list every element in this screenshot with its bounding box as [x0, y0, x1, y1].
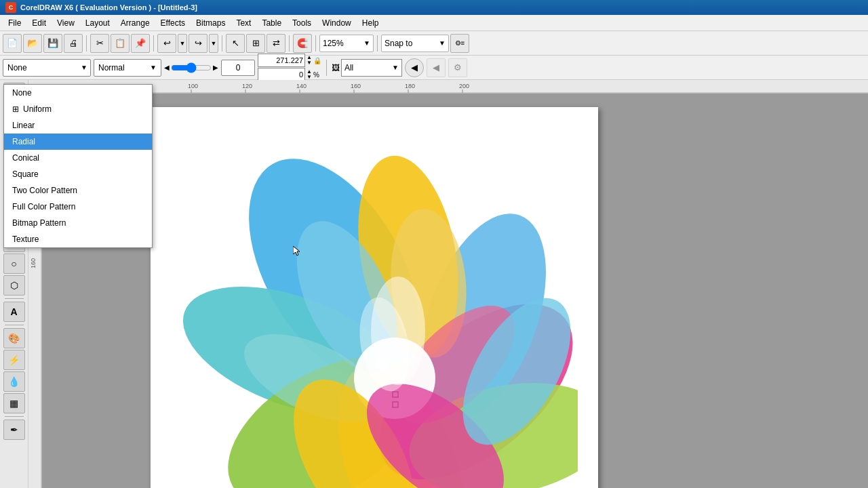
opacity-slider[interactable] — [171, 62, 212, 73]
fill-option-square[interactable]: Square — [4, 166, 152, 182]
menu-item-edit[interactable]: Edit — [26, 17, 52, 29]
snap-label: Snap to — [384, 39, 412, 48]
menu-item-arrange[interactable]: Arrange — [115, 17, 155, 29]
menu-item-bitmaps[interactable]: Bitmaps — [191, 17, 231, 29]
save-button[interactable]: 💾 — [43, 34, 62, 53]
y-spinners: ▲ ▼ — [307, 69, 312, 80]
titlebar: C CorelDRAW X6 ( Evaluation Version ) - … — [0, 0, 868, 15]
fill-type-menu: None⊞UniformLinearRadialConicalSquareTwo… — [3, 84, 153, 248]
obj-arrow: ▼ — [392, 64, 399, 71]
blend-tool[interactable]: ▦ — [3, 393, 25, 413]
options-button[interactable]: ⚙ — [448, 58, 467, 77]
sep1 — [86, 35, 87, 52]
fill-option-none[interactable]: None — [4, 85, 152, 101]
interactive-tool[interactable]: ⚡ — [3, 350, 25, 370]
copy-button[interactable]: 📋 — [111, 34, 130, 53]
slider-group: ◀ ▶ — [164, 62, 218, 73]
y-coord-input[interactable]: 0 — [258, 68, 305, 81]
x-coord-input[interactable]: 271.227 — [258, 54, 305, 67]
canvas-area[interactable] — [42, 94, 868, 488]
undo-button[interactable]: ↩ — [157, 34, 176, 53]
fill-option-two-color-pattern[interactable]: Two Color Pattern — [4, 182, 152, 199]
ellipse-tool[interactable]: ○ — [3, 253, 25, 274]
menu-item-text[interactable]: Text — [231, 17, 256, 29]
open-button[interactable]: 📂 — [23, 34, 42, 53]
polygon-tool[interactable]: ⬡ — [3, 275, 25, 296]
menubar: FileEditViewLayoutArrangeEffectsBitmapsT… — [0, 15, 868, 31]
snap-dropdown[interactable]: Snap to ▼ — [381, 35, 449, 52]
fill-option-label: Full Color Pattern — [12, 202, 75, 211]
fill-type-value: None — [7, 63, 27, 73]
menu-item-window[interactable]: Window — [317, 17, 357, 29]
zoom-value: 125% — [323, 39, 344, 48]
undo-dropdown[interactable]: ▼ — [178, 34, 187, 53]
fill-option-full-color-pattern[interactable]: Full Color Pattern — [4, 199, 152, 215]
fill-option-bitmap-pattern[interactable]: Bitmap Pattern — [4, 215, 152, 231]
svg-text:200: 200 — [459, 83, 469, 89]
paste-button[interactable]: 📌 — [131, 34, 150, 53]
fill-dropdown-arrow: ▼ — [81, 64, 87, 71]
property-bar: None ▼ None⊞UniformLinearRadialConicalSq… — [0, 56, 868, 80]
zoom-dropdown[interactable]: 125% ▼ — [319, 35, 374, 52]
x-coord-row: 271.227 ▲ ▼ 🔒 — [258, 54, 321, 67]
snap-obj-button[interactable]: 🧲 — [293, 34, 312, 53]
fill-option-radial[interactable]: Radial — [4, 134, 152, 150]
transform-button[interactable]: ⊞ — [246, 34, 265, 53]
svg-text:160: 160 — [351, 83, 361, 89]
percent-icon: % — [313, 71, 319, 79]
menu-item-tools[interactable]: Tools — [287, 17, 317, 29]
sep-coord — [326, 60, 327, 76]
slider-right-arrow[interactable]: ▶ — [213, 64, 218, 71]
fill-option-label: Radial — [12, 137, 35, 146]
uniform-icon: ⊞ — [12, 104, 19, 114]
menu-item-view[interactable]: View — [52, 17, 80, 29]
fill-type-dropdown[interactable]: None ▼ None⊞UniformLinearRadialConicalSq… — [3, 59, 91, 77]
redo-button[interactable]: ↪ — [189, 34, 208, 53]
print-button[interactable]: 🖨 — [64, 34, 83, 53]
fill-option-conical[interactable]: Conical — [4, 150, 152, 166]
ruler-horizontal: 40 60 80 100 120 140 160 180 200 — [28, 80, 868, 94]
cut-button[interactable]: ✂ — [90, 34, 109, 53]
select-tool-button[interactable]: ↖ — [226, 34, 245, 53]
obj-manager-group: 🖼 All ▼ — [332, 59, 402, 77]
sep2 — [153, 35, 154, 52]
mirror-button[interactable]: ⇄ — [267, 34, 285, 53]
fill-option-label: Linear — [12, 121, 35, 130]
app-logo: C — [5, 2, 16, 13]
svg-text:120: 120 — [242, 83, 252, 89]
zoom-arrow: ▼ — [363, 39, 370, 47]
x-down-button[interactable]: ▼ — [307, 60, 312, 66]
toolbar-main: 📄 📂 💾 🖨 ✂ 📋 📌 ↩ ▼ ↪ ▼ ↖ ⊞ ⇄ 🧲 125% ▼ Sna… — [0, 31, 868, 56]
tool-sep6 — [5, 325, 24, 325]
sep6 — [377, 35, 378, 52]
fill-tool[interactable]: 🎨 — [3, 328, 25, 348]
object-manager-value: All — [344, 63, 353, 73]
y-down-button[interactable]: ▼ — [307, 75, 312, 80]
menu-item-layout[interactable]: Layout — [80, 17, 115, 29]
svg-text:180: 180 — [405, 83, 415, 89]
angle-input[interactable]: 0 — [221, 60, 255, 76]
flower-illustration — [144, 134, 578, 488]
fill-option-label: Conical — [12, 153, 39, 163]
prev-object-button[interactable]: ◀ — [405, 58, 424, 77]
object-manager-dropdown[interactable]: All ▼ — [341, 59, 402, 77]
menu-item-effects[interactable]: Effects — [155, 17, 191, 29]
menu-item-table[interactable]: Table — [256, 17, 287, 29]
text-tool[interactable]: A — [3, 302, 25, 322]
new-button[interactable]: 📄 — [3, 34, 22, 53]
fill-option-linear[interactable]: Linear — [4, 117, 152, 134]
fill-option-uniform[interactable]: ⊞Uniform — [4, 101, 152, 117]
fill-option-label: None — [12, 88, 32, 98]
next-object-button[interactable]: ◀ — [427, 58, 446, 77]
dropper-tool[interactable]: 💧 — [3, 371, 25, 392]
outline-tool[interactable]: ✒ — [3, 420, 25, 440]
menu-item-help[interactable]: Help — [357, 17, 384, 29]
menu-item-file[interactable]: File — [3, 17, 26, 29]
lock-icon: 🔒 — [313, 57, 321, 64]
fill-option-texture[interactable]: Texture — [4, 231, 152, 247]
slider-left-arrow[interactable]: ◀ — [164, 64, 170, 71]
snap-settings-button[interactable]: ⚙≡ — [450, 34, 469, 53]
tool-sep5 — [5, 298, 24, 299]
blend-mode-dropdown[interactable]: Normal ▼ — [94, 59, 161, 77]
redo-dropdown[interactable]: ▼ — [209, 34, 218, 53]
